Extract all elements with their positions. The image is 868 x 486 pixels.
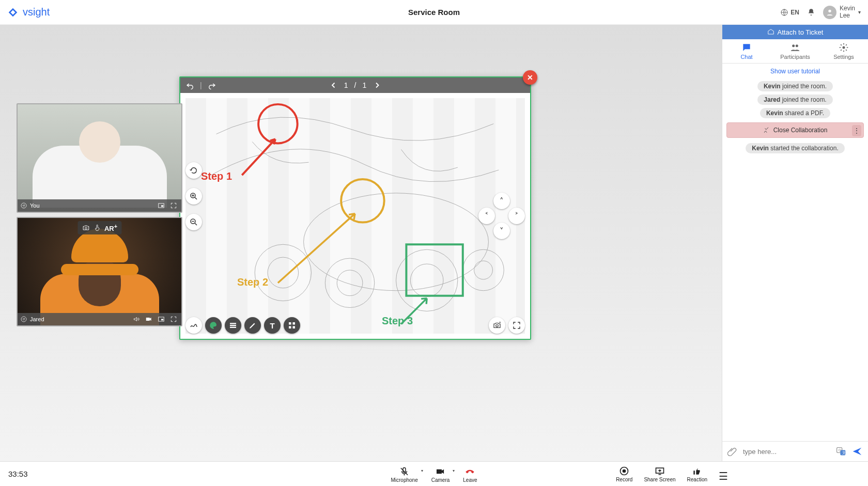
send-button[interactable] (851, 446, 863, 457)
pan-right-button[interactable]: ˃ (508, 208, 525, 224)
microphone-toggle[interactable]: Microphone ▾ (391, 466, 417, 483)
pip-button[interactable] (157, 315, 166, 324)
video-tile-you[interactable]: You (17, 103, 182, 213)
pip-button[interactable] (157, 201, 166, 210)
ar-button[interactable]: AR+ (104, 223, 117, 232)
snapshot-button[interactable] (82, 224, 90, 232)
send-icon (851, 446, 863, 457)
color-button[interactable] (205, 317, 222, 334)
prev-page-button[interactable] (329, 81, 338, 90)
record-button[interactable]: Record (616, 466, 632, 482)
svg-point-10 (255, 244, 311, 301)
attach-ticket-button[interactable]: Attach to Ticket (722, 25, 868, 39)
video-label-you: You (30, 202, 40, 209)
svg-point-11 (268, 257, 299, 288)
expand-button[interactable] (508, 317, 525, 334)
svg-rect-23 (289, 322, 291, 325)
undo-button[interactable] (185, 81, 195, 90)
menu-icon: ☰ (719, 471, 728, 482)
shapes-icon (287, 321, 297, 330)
collab-menu-button[interactable]: ⋮ (852, 125, 861, 136)
pip-icon (158, 316, 165, 323)
pointer-button[interactable] (93, 224, 101, 232)
page-total: 1 (362, 81, 366, 89)
volume-button[interactable] (132, 315, 141, 324)
svg-text:文: 文 (842, 451, 846, 454)
camera-toggle[interactable]: Camera ▾ (431, 466, 450, 483)
ticket-icon (767, 28, 774, 36)
document-viewer: | 1 / 1 ✕ (179, 76, 531, 340)
event-chip: Jared joined the room. (757, 95, 832, 105)
translate-button[interactable]: G文 (836, 446, 846, 457)
send-icon (21, 202, 27, 209)
svg-point-19 (341, 179, 384, 223)
zoom-out-button[interactable] (185, 214, 202, 230)
fullscreen-button[interactable] (169, 201, 178, 210)
language-code: EN (791, 9, 799, 16)
event-chip: Kevin joined the room. (757, 81, 833, 91)
language-switch[interactable]: EN (780, 8, 799, 17)
close-collaboration-button[interactable]: Close Collaboration ⋮ (726, 122, 864, 138)
camera-icon (82, 224, 90, 232)
tab-participants[interactable]: Participants (771, 39, 819, 63)
rotate-button[interactable] (185, 162, 202, 179)
next-page-button[interactable] (373, 81, 382, 90)
tab-settings[interactable]: Settings (819, 39, 868, 63)
pencil-button[interactable] (244, 317, 261, 334)
text-button[interactable]: T (264, 317, 281, 334)
svg-point-12 (325, 258, 374, 307)
attach-file-button[interactable] (727, 447, 737, 456)
chevron-down-icon[interactable]: ▾ (421, 468, 423, 473)
annotation-step3: Step 3 (382, 315, 413, 327)
video-tile-jared[interactable]: AR+ Jared (17, 217, 182, 326)
screen-share-icon (655, 466, 665, 476)
chat-input-row: G文 (722, 441, 868, 461)
page-current: 1 (344, 81, 348, 89)
shapes-button[interactable] (284, 317, 300, 334)
more-menu-button[interactable]: ☰ (719, 470, 728, 482)
leave-button[interactable]: Leave (463, 465, 477, 483)
arrow-right-icon (373, 81, 382, 90)
pan-left-button[interactable]: ˂ (478, 208, 495, 224)
notifications-button[interactable] (807, 8, 816, 17)
share-screen-button[interactable]: Share Screen (644, 466, 675, 482)
brand-logo-icon (7, 7, 19, 18)
pan-navpad: ˄ ˅ ˂ ˃ (478, 193, 525, 239)
close-collab-icon (763, 127, 770, 134)
participants-icon (790, 42, 800, 53)
svg-point-28 (792, 44, 795, 47)
redo-button[interactable] (207, 81, 216, 90)
chat-input[interactable] (742, 447, 831, 456)
user-menu[interactable]: KevinLee ▾ (823, 5, 861, 19)
remote-controls: AR+ (78, 221, 121, 234)
fullscreen-icon (170, 202, 177, 209)
camera-toggle[interactable] (144, 315, 153, 324)
close-viewer-button[interactable]: ✕ (523, 70, 537, 85)
paperclip-icon (727, 447, 737, 456)
pan-down-button[interactable]: ˅ (493, 223, 510, 239)
tab-chat[interactable]: Chat (722, 39, 771, 63)
video-stream-you (18, 104, 181, 212)
chevron-down-icon[interactable]: ▾ (453, 468, 455, 473)
svg-point-18 (258, 104, 298, 144)
svg-rect-8 (161, 319, 163, 320)
viewer-canvas[interactable]: Step 1 Step 2 Step 3 ˄ ˅ ˂ ˃ (180, 93, 530, 339)
event-chip: Kevin started the collaboration. (746, 143, 844, 153)
chat-feed: Kevin started the collaboration. (722, 141, 868, 155)
brand-logo[interactable]: vsight (7, 6, 50, 18)
svg-point-17 (474, 261, 493, 279)
lineweight-button[interactable] (225, 317, 241, 334)
capture-button[interactable] (489, 317, 505, 334)
freehand-button[interactable] (185, 317, 202, 334)
show-tutorial-link[interactable]: Show user tutorial (722, 64, 868, 79)
fullscreen-button[interactable] (169, 315, 178, 324)
arrow-left-icon (329, 81, 338, 90)
lineweight-icon (228, 321, 238, 330)
svg-text:G: G (839, 448, 841, 452)
call-timer: 33:53 (8, 469, 28, 478)
undo-icon (185, 81, 195, 90)
chevron-up-icon: ˄ (500, 196, 504, 206)
reaction-button[interactable]: Reaction (687, 466, 707, 482)
pan-up-button[interactable]: ˄ (493, 193, 510, 209)
zoom-in-button[interactable] (185, 188, 202, 205)
